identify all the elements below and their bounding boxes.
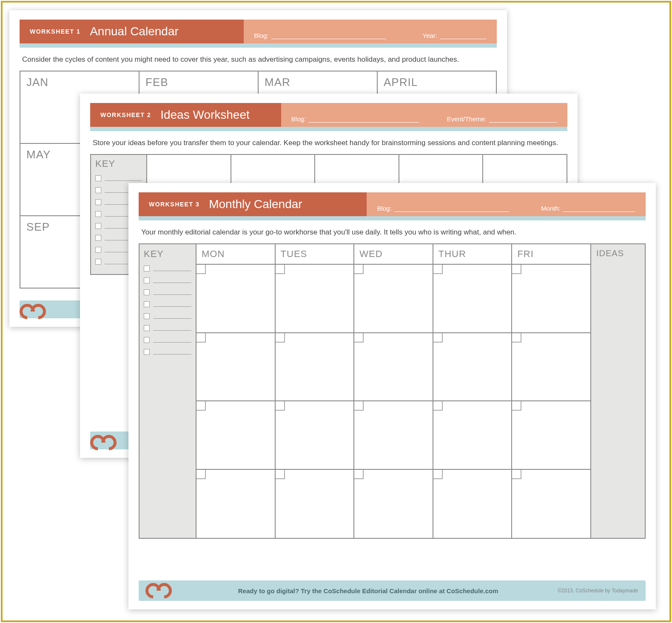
worksheet-number: WORKSHEET 3 <box>149 201 199 208</box>
key-heading: KEY <box>95 158 142 169</box>
worksheet-monthly: WORKSHEET 3 Monthly Calendar Blog: Month… <box>128 183 656 609</box>
key-line <box>153 349 191 354</box>
key-column: KEY <box>140 244 196 538</box>
key-line <box>153 290 191 295</box>
field-line <box>271 32 386 39</box>
month-label: MAR <box>265 76 371 89</box>
key-line <box>153 314 191 319</box>
date-notch <box>433 401 443 411</box>
field-label: Event/Theme: <box>447 115 487 123</box>
day-cell <box>354 333 433 402</box>
date-notch <box>196 470 206 479</box>
description: Store your ideas before you transfer the… <box>90 131 567 154</box>
logo-icon <box>145 583 172 598</box>
key-line <box>153 266 191 271</box>
date-notch <box>512 265 521 274</box>
day-header: FRI <box>512 244 590 265</box>
field-label: Blog: <box>254 32 268 39</box>
key-line <box>153 278 191 283</box>
date-notch <box>196 401 206 411</box>
day-cell <box>354 265 433 333</box>
month-field: Month: <box>541 205 635 212</box>
checkbox-icon <box>144 337 150 343</box>
key-line <box>153 337 191 343</box>
day-cell <box>512 265 590 333</box>
footer-bar: Ready to go digital? Try the CoSchedule … <box>139 580 646 601</box>
year-field: Year: <box>423 32 487 39</box>
field-line <box>394 205 509 212</box>
header-left: WORKSHEET 3 Monthly Calendar <box>139 192 367 216</box>
checkbox-icon <box>144 349 150 355</box>
checkbox-icon <box>95 175 101 181</box>
day-header: WED <box>354 244 433 265</box>
day-cell <box>276 401 355 470</box>
field-label: Blog: <box>291 115 306 123</box>
header: WORKSHEET 1 Annual Calendar Blog: Year: <box>20 20 497 43</box>
header-right: Blog: Event/Theme: <box>281 103 567 127</box>
day-cell <box>354 401 433 470</box>
day-header: TUES <box>276 244 355 265</box>
blog-field: Blog: <box>377 205 509 212</box>
key-row <box>144 301 191 307</box>
day-cell <box>196 470 276 538</box>
key-row <box>144 313 191 319</box>
description: Your monthly editorial calendar is your … <box>139 220 646 243</box>
date-notch <box>276 333 285 343</box>
date-notch <box>433 333 443 343</box>
date-notch <box>433 265 443 274</box>
description: Consider the cycles of content you might… <box>20 48 497 71</box>
day-cell <box>196 401 276 470</box>
checkbox-icon <box>144 289 150 295</box>
checkbox-icon <box>144 313 150 319</box>
field-line <box>308 116 419 123</box>
day-cell <box>433 470 513 538</box>
blog-field: Blog: <box>291 115 419 123</box>
days-area: MON TUES WED THUR FRI <box>196 244 590 538</box>
checkbox-icon <box>144 266 150 271</box>
ideas-heading: IDEAS <box>596 249 640 258</box>
day-header-row: MON TUES WED THUR FRI <box>196 244 590 265</box>
day-cell <box>512 470 590 538</box>
header: WORKSHEET 3 Monthly Calendar Blog: Month… <box>139 192 646 216</box>
month-label: APRIL <box>384 76 490 89</box>
field-line <box>440 32 487 39</box>
field-line <box>563 205 635 212</box>
month-label: FEB <box>145 76 252 89</box>
day-cell <box>276 470 355 538</box>
checkbox-icon <box>144 277 150 283</box>
month-label: JAN <box>26 76 133 89</box>
day-cell <box>276 333 355 402</box>
date-notch <box>512 470 521 479</box>
key-line <box>153 326 191 331</box>
day-cell <box>196 265 276 333</box>
checkbox-icon <box>95 199 101 205</box>
day-cell <box>276 265 355 333</box>
copyright: ©2013, CoSchedule by Todaymade <box>558 588 638 594</box>
worksheet-number: WORKSHEET 1 <box>30 28 80 35</box>
checkbox-icon <box>95 235 101 241</box>
ideas-column: IDEAS <box>590 244 645 538</box>
key-line <box>105 176 142 181</box>
date-notch <box>196 265 206 274</box>
date-notch <box>354 470 364 479</box>
worksheet-title: Annual Calendar <box>90 25 179 38</box>
field-label: Blog: <box>377 205 391 212</box>
key-row <box>144 277 191 283</box>
key-row <box>144 289 191 295</box>
checkbox-icon <box>144 325 150 331</box>
worksheet-title: Monthly Calendar <box>209 197 302 211</box>
date-notch <box>354 265 364 274</box>
day-header: MON <box>196 244 276 265</box>
footer-text: Ready to go digital? Try the CoSchedule … <box>179 587 558 594</box>
worksheet-number: WORKSHEET 2 <box>100 111 151 118</box>
accent-bar <box>90 127 567 131</box>
checkbox-icon <box>95 247 101 253</box>
week-row <box>196 470 590 538</box>
day-cell <box>433 333 513 402</box>
date-notch <box>276 265 285 274</box>
accent-bar <box>20 43 497 48</box>
checkbox-icon <box>144 301 150 307</box>
date-notch <box>512 333 521 343</box>
worksheet-title: Ideas Worksheet <box>160 108 250 122</box>
field-label: Year: <box>423 32 437 39</box>
